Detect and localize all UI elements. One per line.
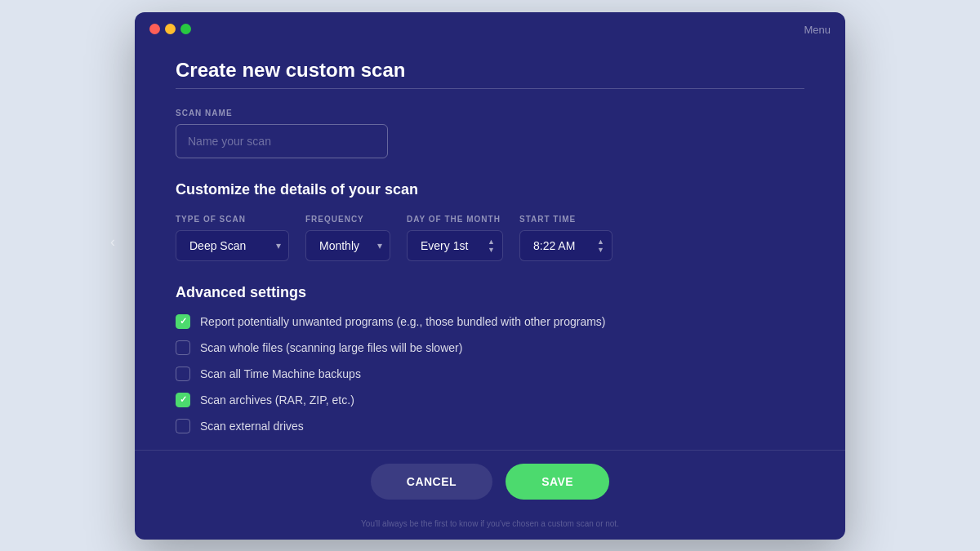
- content-area: ‹ Create new custom scan Scan Name Custo…: [135, 34, 845, 450]
- checkbox-label-pup: Report potentially unwanted programs (e.…: [200, 315, 606, 328]
- save-button[interactable]: SAVE: [506, 464, 609, 500]
- bottom-bar: CANCEL SAVE: [135, 450, 845, 513]
- checkbox-label-archives: Scan archives (RAR, ZIP, etc.): [200, 393, 354, 407]
- checkbox-archives[interactable]: [176, 393, 190, 407]
- checkbox-pup[interactable]: [176, 314, 190, 329]
- back-arrow-icon[interactable]: ‹: [110, 233, 115, 251]
- fullscreen-button[interactable]: [180, 24, 191, 34]
- type-of-scan-select[interactable]: Deep Scan Quick Scan Custom Scan: [176, 230, 289, 261]
- frequency-select[interactable]: Monthly Daily Weekly: [305, 230, 390, 261]
- dropdowns-row: Type of Scan Deep Scan Quick Scan Custom…: [176, 215, 804, 261]
- main-window: Menu ‹ Create new custom scan Scan Name …: [135, 12, 845, 540]
- start-time-label: Start Time: [519, 215, 612, 224]
- checkbox-whole[interactable]: [176, 340, 190, 355]
- frequency-group: Frequency Monthly Daily Weekly ▾: [305, 215, 390, 261]
- day-of-month-group: Day of the Month Every 1st Every 2nd Eve…: [407, 215, 503, 261]
- title-bar: Menu: [135, 12, 845, 34]
- scan-name-input[interactable]: [176, 124, 388, 158]
- type-of-scan-label: Type of Scan: [176, 215, 289, 224]
- frequency-label: Frequency: [305, 215, 390, 224]
- day-of-month-wrapper: Every 1st Every 2nd Every 3rd ▲▼: [407, 230, 503, 261]
- minimize-button[interactable]: [165, 24, 176, 34]
- type-of-scan-wrapper: Deep Scan Quick Scan Custom Scan ▾: [176, 230, 289, 261]
- cancel-button[interactable]: CANCEL: [371, 464, 492, 500]
- traffic-lights: [149, 24, 191, 34]
- start-time-wrapper: 8:22 AM 9:00 AM 12:00 PM ▲▼: [519, 230, 612, 261]
- list-item: Scan external drives: [176, 419, 804, 433]
- frequency-wrapper: Monthly Daily Weekly ▾: [305, 230, 390, 261]
- start-time-select[interactable]: 8:22 AM 9:00 AM 12:00 PM: [519, 230, 612, 261]
- footer-text: You'll always be the first to know if yo…: [135, 513, 845, 540]
- checkbox-list: Report potentially unwanted programs (e.…: [176, 314, 804, 433]
- checkbox-external[interactable]: [176, 419, 190, 433]
- checkbox-label-whole: Scan whole files (scanning large files w…: [200, 341, 462, 354]
- start-time-group: Start Time 8:22 AM 9:00 AM 12:00 PM ▲▼: [519, 215, 612, 261]
- title-divider: [176, 88, 804, 89]
- checkbox-timemachine[interactable]: [176, 367, 190, 381]
- close-button[interactable]: [149, 24, 160, 34]
- scan-name-label: Scan Name: [176, 109, 804, 118]
- day-of-month-select[interactable]: Every 1st Every 2nd Every 3rd: [407, 230, 503, 261]
- page-title: Create new custom scan: [176, 59, 804, 82]
- day-of-month-label: Day of the Month: [407, 215, 503, 224]
- list-item: Scan whole files (scanning large files w…: [176, 340, 804, 355]
- checkbox-label-timemachine: Scan all Time Machine backups: [200, 367, 361, 380]
- checkbox-label-external: Scan external drives: [200, 420, 304, 433]
- list-item: Scan archives (RAR, ZIP, etc.): [176, 393, 804, 407]
- list-item: Report potentially unwanted programs (e.…: [176, 314, 804, 329]
- customize-section-title: Customize the details of your scan: [176, 181, 804, 198]
- advanced-settings-title: Advanced settings: [176, 284, 804, 301]
- type-of-scan-group: Type of Scan Deep Scan Quick Scan Custom…: [176, 215, 289, 261]
- list-item: Scan all Time Machine backups: [176, 367, 804, 381]
